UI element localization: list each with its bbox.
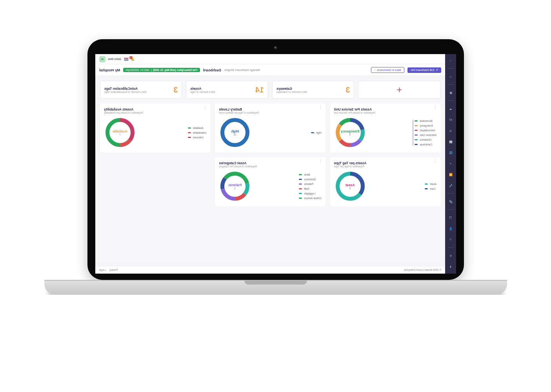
sidebar-separator	[447, 193, 454, 194]
donut-availability[interactable]: Available 7	[104, 116, 136, 149]
tag-icon[interactable]: 🏷	[447, 116, 454, 123]
kebab-icon[interactable]: ⋮	[433, 160, 437, 162]
back-to-dashboards-button[interactable]: Back to Dashboards ›	[371, 67, 404, 73]
globe-icon[interactable]: 🌐	[447, 149, 454, 156]
card-title: Battery Levels	[219, 107, 321, 111]
stat-value: 3	[173, 85, 178, 94]
card-service-unit: ⋮ Assets Per Service Unit Repartition of…	[330, 103, 440, 152]
link-icon[interactable]: 🔗	[447, 198, 454, 205]
stat-title: Gateways	[276, 87, 307, 91]
stat-gateways[interactable]: 3 Gateways Site's Number of Gateways	[272, 81, 355, 99]
kebab-icon[interactable]: ⋮	[203, 107, 207, 108]
subscription-badge: Trial Subscription (until May. 13. 2020)…	[123, 68, 200, 72]
legend-item[interactable]: Unavailable	[187, 131, 206, 134]
legend-item[interactable]: Patients	[299, 183, 321, 185]
copyright: © 2020 Alcatel-Lucent Enterprise	[404, 269, 441, 271]
user-name[interactable]: John Doe	[108, 57, 122, 61]
laptop-bezel: ‹ ⌂ ▦ ☁ 🏷 ◎ 🏢 🌐 + 📶 🔧 🔗 ❐ 👤 ?	[87, 39, 464, 280]
donut-value: 7	[119, 133, 121, 136]
empty-slot	[100, 157, 210, 206]
legend-item[interactable]: Card	[425, 187, 436, 190]
target-icon[interactable]: ◎	[447, 127, 454, 134]
legend-item[interactable]: Unknown	[187, 136, 206, 139]
donut-value: 3	[349, 133, 351, 136]
donut-label: Patients	[228, 183, 242, 187]
legend-item[interactable]: Staff	[299, 187, 321, 190]
kebab-icon[interactable]: ⋮	[433, 107, 437, 108]
legend-item[interactable]: Cardiology	[415, 143, 436, 146]
cloud-icon[interactable]: ☁	[447, 105, 454, 112]
donut-label: Asset	[345, 183, 355, 187]
sub-bar: ✎ Edit Dashboard info Back to Dashboards…	[95, 64, 445, 76]
location-icon[interactable]: ⚲	[447, 252, 454, 259]
card-battery: ⋮ Battery Levels Repartition of Tags per…	[215, 103, 325, 152]
stat-title: AutoCalibration Tags	[104, 87, 147, 91]
legend-item[interactable]: Hemodialysis	[415, 129, 436, 132]
legend-availability: AvailableUnavailableUnknown	[187, 127, 206, 139]
edit-dashboard-button[interactable]: ✎ Edit Dashboard info	[407, 67, 441, 73]
privacy-link[interactable]: Privacy	[109, 269, 117, 271]
stat-title: Assets	[190, 87, 215, 91]
legend-tagtype: AssetCard	[425, 183, 436, 190]
breadcrumb-sub[interactable]: Manage Dashboard Widgets	[224, 68, 260, 72]
legend-item[interactable]: Asset	[425, 183, 436, 185]
card-subtitle: Repartition of Assets Per Service Unit	[334, 111, 436, 114]
wifi-icon[interactable]: 📶	[447, 171, 454, 178]
legend-item[interactable]: Emergency	[415, 124, 436, 127]
legend-item[interactable]: Available	[187, 127, 206, 129]
laptop-mockup: ‹ ⌂ ▦ ☁ 🏷 ◎ 🏢 🌐 + 📶 🔧 🔗 ❐ 👤 ?	[87, 39, 464, 295]
site-name: My Hospital	[99, 68, 120, 72]
add-widget-card[interactable]: +	[358, 81, 440, 99]
legend-item[interactable]: High	[311, 131, 322, 134]
donut-value: 14	[233, 133, 236, 136]
card-subtitle: Repartition of Tags per Battery Level	[219, 111, 321, 114]
breadcrumb-main[interactable]: Dashboard	[203, 68, 221, 72]
user-area: 🔔 1 John Doe JD	[99, 56, 135, 62]
chevron-left-icon[interactable]: ‹	[447, 57, 454, 64]
edit-dashboard-label: Edit Dashboard info	[411, 69, 434, 71]
app-screen: ‹ ⌂ ▦ ☁ 🏷 ◎ 🏢 🌐 + 📶 🔧 🔗 ❐ 👤 ?	[95, 54, 456, 274]
locale-flag-icon[interactable]	[124, 58, 128, 61]
user-icon[interactable]: 👤	[447, 225, 454, 232]
back-label: Back to Dashboards	[377, 69, 401, 71]
legend-item[interactable]: Obstetrics	[415, 138, 436, 141]
sidebar-separator	[447, 247, 454, 248]
legend-item[interactable]: Critical devices	[299, 197, 321, 200]
donut-value: 9	[349, 187, 351, 190]
avatar[interactable]: JD	[99, 56, 105, 62]
donut-categories[interactable]: Patients 3	[219, 170, 251, 202]
plus-icon[interactable]: +	[447, 160, 454, 167]
left-sidebar: ‹ ⌂ ▦ ☁ 🏷 ◎ 🏢 🌐 + 📶 🔧 🔗 ❐ 👤 ?	[445, 54, 456, 274]
card-title: Assets Availability	[104, 107, 206, 111]
chevron-right-icon: ›	[374, 69, 375, 71]
kebab-icon[interactable]: ⋮	[318, 107, 322, 108]
legend-item[interactable]: Stretchers	[299, 178, 321, 181]
stat-value: 3	[346, 85, 350, 94]
notification-count: 1	[129, 56, 132, 59]
donut-service[interactable]: Emergency 3	[334, 116, 366, 149]
grid-icon[interactable]: ▦	[447, 89, 454, 96]
stat-autocal[interactable]: 3 AutoCalibration Tags Site's Number of …	[100, 81, 182, 99]
legal-link[interactable]: Legal	[99, 269, 105, 271]
legend-categories: BedsStretchersPatientsStaffLuggagesCriti…	[299, 173, 321, 200]
stat-subtitle: Site's Number of Gateways	[276, 91, 307, 93]
wrench-icon[interactable]: 🔧	[447, 182, 454, 189]
stat-subtitle: Site's Number of Autocalibration Tags	[104, 91, 147, 93]
home-icon[interactable]: ⌂	[447, 73, 454, 80]
legend-item[interactable]: Intensive Care	[415, 134, 436, 136]
card-categories: ⋮ Asset Categories Repartition of Assets…	[215, 157, 325, 206]
kebab-icon[interactable]: ⋮	[318, 160, 322, 162]
donut-battery[interactable]: High 14	[219, 116, 251, 149]
sidebar-separator	[447, 100, 454, 101]
legend-item[interactable]: Biomedical	[415, 120, 436, 122]
stat-assets[interactable]: 14 Assets Site's Number of Tags	[186, 81, 268, 99]
help-icon[interactable]: ?	[447, 236, 454, 243]
donut-tagtype[interactable]: Asset 9	[334, 170, 366, 202]
download-icon[interactable]: ⬇	[447, 263, 454, 270]
building-icon[interactable]: 🏢	[447, 138, 454, 145]
legend-item[interactable]: Luggages	[299, 192, 321, 195]
notification-bell-icon[interactable]: 🔔 1	[131, 57, 134, 61]
copy-icon[interactable]: ❐	[447, 214, 454, 221]
legend-item[interactable]: Beds	[299, 173, 321, 176]
footer: © 2020 Alcatel-Lucent Enterprise Privacy…	[95, 266, 445, 274]
